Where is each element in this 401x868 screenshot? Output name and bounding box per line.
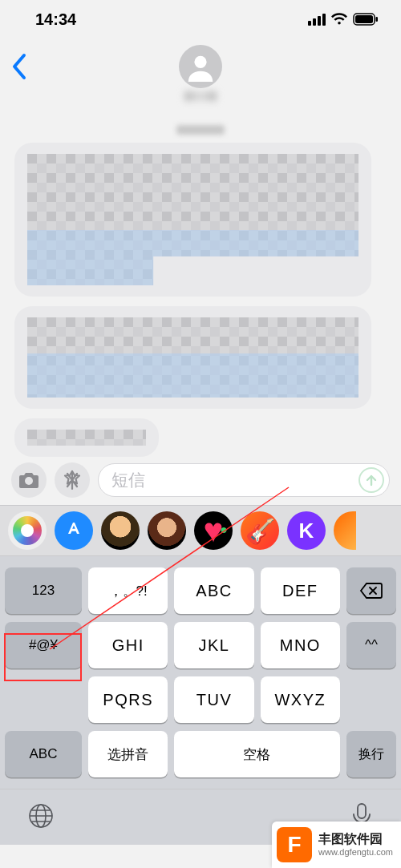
key-delete[interactable] [346, 567, 396, 614]
key-mno[interactable]: MNO [261, 622, 340, 668]
key-wxyz[interactable]: WXYZ [261, 676, 340, 723]
key-123[interactable]: 123 [5, 567, 82, 614]
key-ghi[interactable]: GHI [88, 622, 168, 668]
svg-rect-1 [355, 15, 373, 23]
svg-rect-7 [27, 154, 358, 230]
svg-rect-9 [27, 230, 358, 256]
key-tuv[interactable]: TUV [174, 676, 253, 723]
key-abc[interactable]: ABC [174, 567, 253, 614]
key-symbols[interactable]: #@¥ [5, 622, 82, 668]
app-garageband[interactable]: 🎸 [241, 511, 279, 550]
wifi-icon [330, 13, 348, 26]
app-k[interactable]: K [287, 511, 326, 550]
message-bubble[interactable] [14, 143, 371, 297]
message-input[interactable]: 短信 [98, 463, 390, 497]
keyboard: 123 ，。?! ABC DEF #@¥ GHI JKL MNO ^^ PQRS… [0, 556, 401, 789]
conversation-header [0, 38, 401, 117]
send-button[interactable] [358, 467, 384, 493]
status-bar: 14:34 [0, 0, 401, 38]
key-pqrs[interactable]: PQRS [88, 676, 168, 723]
svg-rect-15 [27, 430, 146, 446]
status-right [308, 13, 379, 26]
cellular-signal-icon [308, 14, 326, 26]
key-space[interactable]: 空格 [174, 731, 340, 777]
status-time: 14:34 [35, 10, 76, 29]
key-select-pinyin[interactable]: 选拼音 [88, 731, 168, 777]
key-def[interactable]: DEF [261, 567, 340, 614]
globe-button[interactable] [27, 802, 55, 833]
key-emoji[interactable]: ^^ [346, 622, 396, 668]
message-list[interactable] [0, 117, 401, 460]
app-partial[interactable] [334, 511, 356, 550]
svg-point-16 [25, 477, 33, 485]
key-mode-abc[interactable]: ABC [5, 731, 82, 777]
watermark: F 丰图软件园 www.dgfengtu.com [272, 822, 401, 868]
svg-rect-2 [376, 17, 379, 22]
apps-button[interactable] [55, 462, 90, 498]
svg-rect-11 [27, 256, 153, 285]
app-appstore[interactable] [55, 511, 93, 550]
message-placeholder: 短信 [111, 469, 145, 491]
message-bubble[interactable] [14, 418, 159, 457]
key-return[interactable]: 换行 [346, 731, 396, 777]
battery-icon [353, 13, 379, 26]
svg-point-3 [194, 56, 206, 68]
watermark-title: 丰图软件园 [318, 832, 383, 846]
app-memoji[interactable] [148, 511, 186, 550]
contact-name-redacted [184, 91, 217, 101]
key-punctuation[interactable]: ，。?! [88, 567, 168, 614]
contact-avatar[interactable] [179, 45, 222, 88]
app-photos[interactable] [8, 511, 47, 550]
svg-rect-12 [27, 317, 358, 353]
watermark-badge: F [277, 827, 312, 862]
back-button[interactable] [11, 53, 27, 83]
timestamp-redacted [176, 125, 225, 135]
compose-bar: 短信 [0, 460, 401, 505]
key-jkl[interactable]: JKL [174, 622, 253, 668]
watermark-url: www.dgfengtu.com [318, 847, 393, 858]
camera-button[interactable] [11, 462, 47, 498]
message-bubble[interactable] [14, 306, 371, 409]
app-memoji[interactable] [101, 511, 140, 550]
imessage-app-strip[interactable]: ♥ 🎸 K [0, 505, 401, 556]
svg-rect-14 [27, 353, 358, 398]
svg-rect-19 [358, 804, 366, 818]
app-digital-touch[interactable]: ♥ [194, 511, 233, 550]
